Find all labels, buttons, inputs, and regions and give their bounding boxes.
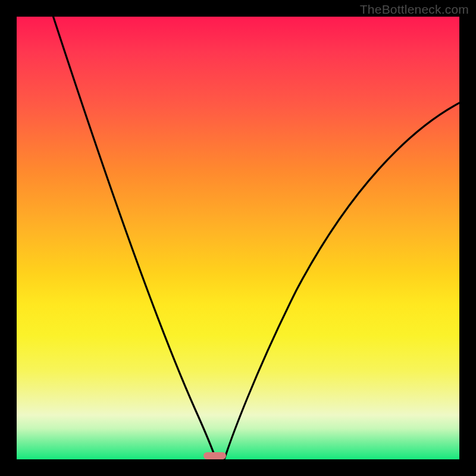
bottleneck-curve bbox=[17, 17, 459, 459]
watermark-text: TheBottleneck.com bbox=[360, 2, 469, 17]
chart-frame: TheBottleneck.com bbox=[0, 0, 476, 476]
optimal-range-marker bbox=[203, 452, 226, 459]
curve-right-branch bbox=[224, 103, 459, 459]
plot-area bbox=[17, 17, 459, 459]
curve-left-branch bbox=[49, 17, 216, 459]
